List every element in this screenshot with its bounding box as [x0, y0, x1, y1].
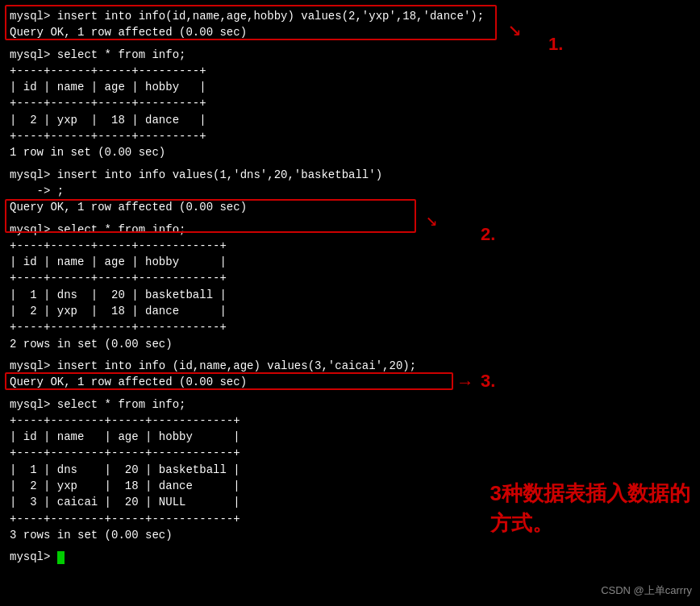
cursor	[57, 551, 65, 564]
terminal-line: Query OK, 1 row affected (0.00 sec)	[10, 374, 690, 390]
terminal-line: mysql> insert into info (id,name,age) va…	[10, 358, 690, 374]
terminal-line: -> ;	[10, 183, 690, 199]
terminal-line: mysql> insert into info(id,name,age,hobb…	[10, 8, 690, 24]
terminal-line: +----+--------+-----+------------+	[10, 413, 690, 429]
terminal-line: 2 rows in set (0.00 sec)	[10, 336, 690, 352]
terminal-line: | 2 | yxp | 18 | dance |	[10, 303, 690, 319]
csdn-label: CSDN @上单carrry	[601, 583, 692, 598]
terminal-line: 1 row in set (0.00 sec)	[10, 144, 690, 160]
terminal-line: mysql> select * from info;	[10, 222, 690, 238]
arrow-3: →	[460, 373, 470, 393]
label-1: 1.	[548, 34, 563, 55]
terminal-line: mysql> select * from info;	[10, 47, 690, 63]
terminal-line: +----+------+-----+---------+	[10, 63, 690, 79]
terminal-line: Query OK, 1 row affected (0.00 sec)	[10, 199, 690, 215]
terminal-line: +----+------+-----+------------+	[10, 238, 690, 254]
arrow-1: ↘	[508, 15, 522, 42]
terminal-line: +----+------+-----+---------+	[10, 95, 690, 111]
terminal-line: | 1 | dns | 20 | basketball |	[10, 287, 690, 303]
terminal-line: | 2 | yxp | 18 | dance |	[10, 112, 690, 128]
terminal-line: Query OK, 1 row affected (0.00 sec)	[10, 24, 690, 40]
terminal-line	[10, 352, 690, 358]
terminal-line: mysql> select * from info;	[10, 396, 690, 413]
terminal-line: +----+------+-----+---------+	[10, 128, 690, 144]
annotation: 3种数据表插入数据的方式。	[490, 479, 690, 538]
terminal-line: mysql> insert into info values(1,'dns',2…	[10, 167, 690, 183]
label-3: 3.	[481, 371, 495, 392]
terminal-line: +----+--------+-----+------------+	[10, 445, 690, 461]
terminal-line: +----+------+-----+------------+	[10, 270, 690, 286]
terminal-line	[10, 41, 690, 47]
terminal-line	[10, 161, 690, 167]
terminal-line: +----+------+-----+------------+	[10, 319, 690, 335]
terminal-line: | id | name | age | hobby |	[10, 254, 690, 270]
label-2: 2.	[481, 224, 495, 245]
arrow-2: ↘	[426, 208, 437, 231]
terminal-line	[10, 543, 690, 549]
terminal-line	[10, 391, 690, 396]
terminal-line: | id | name | age | hobby |	[10, 429, 690, 445]
terminal-line: | 1 | dns | 20 | basketball |	[10, 462, 690, 478]
terminal-line	[10, 216, 690, 222]
terminal-line: mysql>	[10, 549, 690, 565]
terminal-line: | id | name | age | hobby |	[10, 79, 690, 95]
